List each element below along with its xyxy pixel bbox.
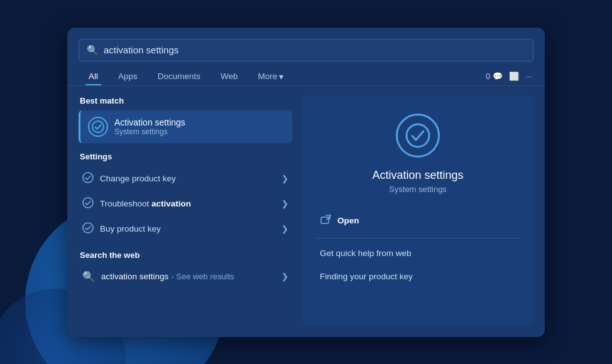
right-action-finding-key[interactable]: Finding your product key — [315, 265, 521, 287]
settings-section-label: Settings — [79, 152, 292, 161]
best-match-item[interactable]: Activation settings System settings — [79, 110, 292, 143]
tab-more[interactable]: More ▾ — [249, 68, 293, 85]
circle-check-icon-1 — [82, 172, 94, 186]
list-item-buy-product-key[interactable]: Buy product key ❯ — [79, 217, 292, 242]
svg-point-3 — [83, 223, 93, 233]
left-panel: Best match Activation settings System se… — [79, 96, 292, 326]
search-window: 🔍 All Apps Documents Web More ▾ 0 💬 ⬜ ··… — [67, 28, 545, 337]
list-item-troubleshoot-activation[interactable]: Troubleshoot activation ❯ — [79, 191, 292, 217]
svg-point-0 — [92, 121, 104, 132]
tab-apps[interactable]: Apps — [109, 68, 146, 85]
arrow-icon-web: ❯ — [281, 272, 288, 281]
open-label: Open — [337, 216, 359, 225]
ellipsis-icon: ··· — [525, 72, 532, 81]
list-item-text-1: Change product key — [100, 174, 275, 183]
list-item-web-text: activation settings - See web results — [101, 272, 275, 281]
quick-help-label: Get quick help from web — [320, 249, 412, 258]
search-input[interactable] — [104, 45, 525, 55]
list-item-text-3: Buy product key — [100, 224, 275, 233]
more-options-button[interactable]: ··· — [525, 72, 532, 81]
right-action-quick-help[interactable]: Get quick help from web — [315, 242, 521, 264]
right-panel: Activation settings System settings Open… — [302, 96, 533, 326]
right-action-open[interactable]: Open — [315, 208, 521, 234]
tab-all[interactable]: All — [80, 68, 107, 85]
feedback-icon: 💬 — [493, 72, 503, 81]
best-match-app-icon — [88, 117, 108, 137]
tab-web[interactable]: Web — [212, 68, 247, 85]
tabs: All Apps Documents Web More ▾ 0 💬 ⬜ ··· — [67, 62, 545, 86]
arrow-icon-2: ❯ — [281, 199, 288, 208]
badge-count: 0 — [486, 72, 490, 81]
best-match-label: Best match — [79, 96, 292, 105]
list-item-text-2: Troubleshoot activation — [100, 199, 275, 208]
circle-check-icon-2 — [82, 197, 94, 211]
best-match-title: Activation settings — [114, 117, 185, 127]
arrow-icon-3: ❯ — [281, 224, 288, 233]
tab-documents[interactable]: Documents — [149, 68, 209, 85]
best-match-subtitle: System settings — [114, 127, 185, 136]
settings-icon: ⬜ — [509, 72, 519, 81]
circle-check-icon-3 — [82, 222, 94, 236]
right-panel-title: Activation settings — [372, 169, 463, 182]
divider — [315, 238, 521, 238]
settings-icon-button[interactable]: ⬜ — [509, 72, 519, 81]
search-icon: 🔍 — [87, 45, 99, 56]
list-item-web-search[interactable]: 🔍 activation settings - See web results … — [79, 265, 292, 288]
search-web-icon: 🔍 — [82, 270, 95, 282]
svg-point-4 — [407, 124, 429, 147]
main-content: Best match Activation settings System se… — [67, 86, 545, 337]
svg-rect-5 — [321, 217, 329, 223]
settings-section: Settings Change product key ❯ Troublesho… — [79, 152, 292, 242]
svg-point-2 — [83, 198, 93, 208]
search-bar: 🔍 — [79, 39, 533, 62]
open-icon — [320, 214, 331, 228]
best-match-text: Activation settings System settings — [114, 117, 185, 136]
arrow-icon-1: ❯ — [281, 174, 288, 183]
list-item-change-product-key[interactable]: Change product key ❯ — [79, 166, 292, 191]
finding-key-label: Finding your product key — [320, 272, 413, 281]
web-search-label: Search the web — [79, 250, 292, 260]
feedback-icon-group[interactable]: 0 💬 — [486, 72, 503, 81]
right-panel-actions: Open Get quick help from web Finding you… — [315, 208, 521, 287]
chevron-down-icon: ▾ — [279, 72, 283, 82]
right-panel-app-icon — [396, 114, 440, 158]
svg-point-1 — [83, 173, 93, 183]
right-panel-subtitle: System settings — [389, 185, 447, 194]
web-search-section: Search the web 🔍 activation settings - S… — [79, 250, 292, 288]
tabs-right: 0 💬 ⬜ ··· — [486, 72, 532, 81]
